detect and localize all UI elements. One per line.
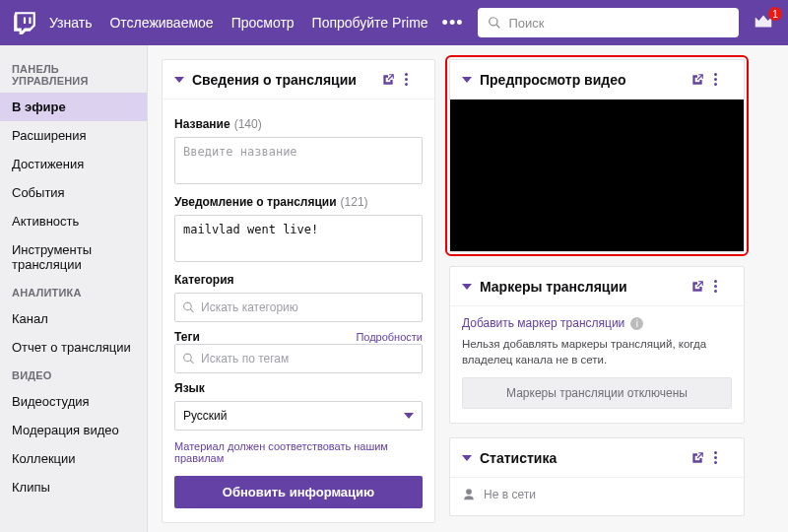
panel-title: Статистика <box>480 450 681 466</box>
sidebar-item-clips[interactable]: Клипы <box>0 473 147 501</box>
video-preview-panel: Предпросмотр видео <box>449 59 745 252</box>
notif-count: (121) <box>341 195 368 209</box>
sidebar-item-live[interactable]: В эфире <box>0 93 147 121</box>
info-icon[interactable]: i <box>630 317 643 330</box>
notification-badge: 1 <box>768 7 782 21</box>
sidebar-group-analytics: АНАЛИТИКА <box>0 279 147 304</box>
lang-label: Язык <box>174 381 205 395</box>
sidebar-item-collections[interactable]: Коллекции <box>0 444 147 473</box>
sidebar-item-stream-tools[interactable]: Инструменты трансляции <box>0 235 147 279</box>
tags-input[interactable] <box>174 344 423 373</box>
panel-title: Сведения о трансляции <box>192 72 371 88</box>
more-options-icon[interactable] <box>714 451 732 464</box>
person-icon <box>462 488 476 501</box>
stream-notification-input[interactable] <box>174 215 423 262</box>
language-select[interactable]: Русский <box>174 401 423 431</box>
panel-title: Предпросмотр видео <box>480 72 681 88</box>
nav-link-prime[interactable]: Попробуйте Prime <box>312 15 428 31</box>
search-icon <box>182 301 195 314</box>
category-label: Категория <box>174 273 234 287</box>
nav-link-discover[interactable]: Узнать <box>49 15 92 31</box>
sidebar-item-events[interactable]: События <box>0 178 147 207</box>
more-options-icon[interactable] <box>405 73 423 86</box>
stream-info-panel: Сведения о трансляции Название(140) Увед… <box>162 59 435 523</box>
add-marker-link[interactable]: Добавить маркер трансляции <box>462 316 624 330</box>
popout-icon[interactable] <box>689 73 706 87</box>
category-input[interactable] <box>174 293 423 322</box>
markers-offline-message: Нельзя добавлять маркеры трансляций, ког… <box>462 336 732 367</box>
tags-label: Теги <box>174 330 200 344</box>
tags-details-link[interactable]: Подробности <box>356 331 423 343</box>
more-options-icon[interactable] <box>714 73 732 86</box>
search-placeholder: Поиск <box>509 16 545 31</box>
notif-label: Уведомление о трансляции <box>174 195 337 209</box>
statistics-panel: Статистика Не в сети <box>449 437 745 516</box>
more-icon[interactable]: ••• <box>442 13 464 33</box>
name-label: Название <box>174 117 230 131</box>
search-icon <box>488 16 501 30</box>
search-icon <box>182 353 195 366</box>
nav-link-following[interactable]: Отслеживаемое <box>109 15 213 31</box>
stream-markers-panel: Маркеры трансляции Добавить маркер транс… <box>449 266 745 424</box>
popout-icon[interactable] <box>689 280 706 294</box>
sidebar-item-channel[interactable]: Канал <box>0 304 147 333</box>
twitch-logo-icon[interactable] <box>12 10 37 35</box>
sidebar-item-video-moderation[interactable]: Модерация видео <box>0 416 147 444</box>
sidebar-item-activity[interactable]: Активность <box>0 207 147 235</box>
popout-icon[interactable] <box>689 451 706 465</box>
chevron-down-icon[interactable] <box>174 77 184 83</box>
top-nav-links: Узнать Отслеживаемое Просмотр Попробуйте… <box>49 15 428 31</box>
sidebar-item-videostudio[interactable]: Видеостудия <box>0 387 147 416</box>
sidebar-group-dashboard: ПАНЕЛЬ УПРАВЛЕНИЯ <box>0 55 147 93</box>
policy-note[interactable]: Материал должен соответствовать нашим пр… <box>174 440 423 464</box>
more-options-icon[interactable] <box>714 280 732 293</box>
prime-icon[interactable]: 1 <box>753 11 776 34</box>
sidebar: ПАНЕЛЬ УПРАВЛЕНИЯ В эфире Расширения Дос… <box>0 45 148 532</box>
chevron-down-icon[interactable] <box>462 77 472 83</box>
chevron-down-icon[interactable] <box>462 455 472 461</box>
nav-link-browse[interactable]: Просмотр <box>231 15 295 31</box>
name-count: (140) <box>234 117 262 131</box>
stream-name-input[interactable] <box>174 137 423 184</box>
stat-offline: Не в сети <box>484 488 536 501</box>
chevron-down-icon[interactable] <box>462 284 472 290</box>
video-preview-area[interactable] <box>450 100 744 251</box>
panel-title: Маркеры трансляции <box>480 279 681 295</box>
sidebar-item-stream-report[interactable]: Отчет о трансляции <box>0 333 147 362</box>
search-input[interactable]: Поиск <box>478 8 739 37</box>
update-info-button[interactable]: Обновить информацию <box>174 476 423 508</box>
markers-disabled-button: Маркеры трансляции отключены <box>462 377 732 409</box>
sidebar-item-extensions[interactable]: Расширения <box>0 121 147 150</box>
sidebar-group-video: ВИДЕО <box>0 362 147 387</box>
sidebar-item-achievements[interactable]: Достижения <box>0 150 147 178</box>
top-nav-bar: Узнать Отслеживаемое Просмотр Попробуйте… <box>0 0 788 45</box>
popout-icon[interactable] <box>379 73 397 87</box>
